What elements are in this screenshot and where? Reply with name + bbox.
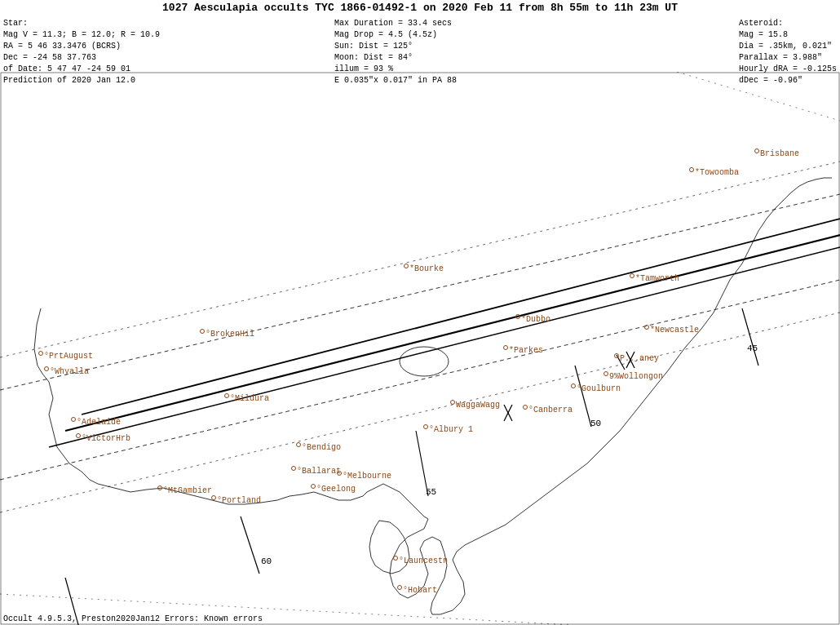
svg-point-40 xyxy=(524,406,528,410)
map-svg: Brisbane *Towoomba *Tamworth *Newcastle … xyxy=(0,72,840,625)
svg-point-72 xyxy=(398,586,402,590)
svg-point-22 xyxy=(690,168,694,172)
page-title: 1027 Aesculapia occults TYC 1866-01492-1… xyxy=(0,2,840,14)
svg-text:°Portland: °Portland xyxy=(217,496,261,505)
svg-point-0 xyxy=(400,347,449,376)
asteroid-dia: Dia = .35km, 0.021" xyxy=(739,41,837,52)
svg-line-8 xyxy=(742,308,758,366)
svg-text:°Mildura: °Mildura xyxy=(230,394,269,403)
star-mag: Mag V = 11.3; B = 12.0; R = 10.9 xyxy=(3,29,160,41)
svg-point-34 xyxy=(604,372,608,376)
svg-line-5 xyxy=(0,280,840,480)
svg-point-42 xyxy=(424,425,428,429)
svg-point-46 xyxy=(292,467,296,471)
svg-line-10 xyxy=(416,431,428,496)
svg-text:°Canberra: °Canberra xyxy=(528,406,573,414)
svg-point-62 xyxy=(77,434,81,438)
svg-line-4 xyxy=(0,194,840,390)
svg-text:°PrtAugust: °PrtAugust xyxy=(44,352,93,361)
max-duration: Max Duration = 33.4 secs xyxy=(334,18,457,29)
svg-point-50 xyxy=(312,485,316,489)
svg-text:°Albury 1: °Albury 1 xyxy=(429,425,473,434)
svg-text:°VictorHrb: °VictorHrb xyxy=(82,434,130,443)
svg-point-58 xyxy=(201,330,205,334)
svg-text:°Goulburn: °Goulburn xyxy=(577,384,621,393)
svg-rect-80 xyxy=(1,73,839,624)
star-dec: Dec = -24 58 37.763 xyxy=(3,52,160,64)
svg-text:60: 60 xyxy=(261,556,272,566)
svg-line-1 xyxy=(82,219,840,414)
svg-text:°Geelong: °Geelong xyxy=(316,485,356,494)
sun-dist: Sun: Dist = 125° xyxy=(334,41,457,52)
svg-point-44 xyxy=(297,443,301,447)
svg-text:°BrokenHil: °BrokenHil xyxy=(206,330,254,339)
svg-text:°Adelaide: °Adelaide xyxy=(77,418,121,427)
svg-line-7 xyxy=(0,312,840,512)
svg-text:°Whyalla: °Whyalla xyxy=(50,367,89,376)
svg-point-30 xyxy=(504,346,508,350)
svg-text:*Newcastle: *Newcastle xyxy=(650,326,699,335)
svg-text:*Bourke: *Bourke xyxy=(409,264,444,273)
svg-text:°Bendigo: °Bendigo xyxy=(302,443,341,452)
mag-drop: Mag Drop = 4.5 (4.5z) xyxy=(334,29,457,41)
svg-text:*Parkes: *Parkes xyxy=(509,346,543,355)
svg-point-66 xyxy=(45,367,49,371)
svg-line-3 xyxy=(49,247,840,447)
svg-text:°Melbourne: °Melbourne xyxy=(343,472,391,481)
svg-text:*Dubbo: *Dubbo xyxy=(521,315,550,324)
svg-point-38 xyxy=(451,401,455,405)
footer-text: Occult 4.9.5.3, Preston2020Jan12 Errors:… xyxy=(3,614,263,623)
svg-line-2 xyxy=(65,235,840,431)
svg-point-36 xyxy=(572,384,576,388)
svg-text:°Hobart: °Hobart xyxy=(403,586,437,595)
svg-text:WaggaWagg: WaggaWagg xyxy=(456,401,500,410)
svg-line-9 xyxy=(575,366,591,427)
star-ra: RA = 5 46 33.3476 (BCRS) xyxy=(3,41,160,52)
svg-text:*Tamworth: *Tamworth xyxy=(635,274,679,283)
svg-text:Brisbane: Brisbane xyxy=(760,149,799,158)
svg-point-60 xyxy=(72,418,76,422)
svg-text:°Ballarat: °Ballarat xyxy=(297,467,341,476)
svg-point-26 xyxy=(645,326,649,330)
svg-text:*Towoomba: *Towoomba xyxy=(695,168,739,177)
asteroid-mag: Mag = 15.8 xyxy=(739,29,837,41)
svg-text:55: 55 xyxy=(426,487,436,497)
svg-point-64 xyxy=(39,352,43,356)
asteroid-label: Asteroid: xyxy=(739,18,837,29)
svg-text:9%Wollongon: 9%Wollongon xyxy=(609,372,663,381)
svg-text:45: 45 xyxy=(747,344,758,353)
svg-point-20 xyxy=(755,149,759,153)
svg-text:°MtGambier: °MtGambier xyxy=(163,486,212,495)
star-label: Star: xyxy=(3,18,160,29)
svg-line-6 xyxy=(0,162,840,357)
svg-point-54 xyxy=(212,496,216,500)
svg-point-24 xyxy=(630,274,634,278)
svg-text:P...aney: P...aney xyxy=(620,354,659,363)
svg-point-56 xyxy=(225,394,229,398)
svg-point-70 xyxy=(394,556,398,561)
moon-dist: Moon: Dist = 84° xyxy=(334,52,457,64)
svg-point-68 xyxy=(405,264,409,268)
svg-text:50: 50 xyxy=(590,419,601,428)
asteroid-parallax: Parallax = 3.988" xyxy=(739,52,837,64)
svg-text:°Launcestn: °Launcestn xyxy=(399,556,448,565)
main-container: 1027 Aesculapia occults TYC 1866-01492-1… xyxy=(0,0,840,625)
svg-line-11 xyxy=(241,516,259,574)
svg-line-18 xyxy=(677,72,840,121)
